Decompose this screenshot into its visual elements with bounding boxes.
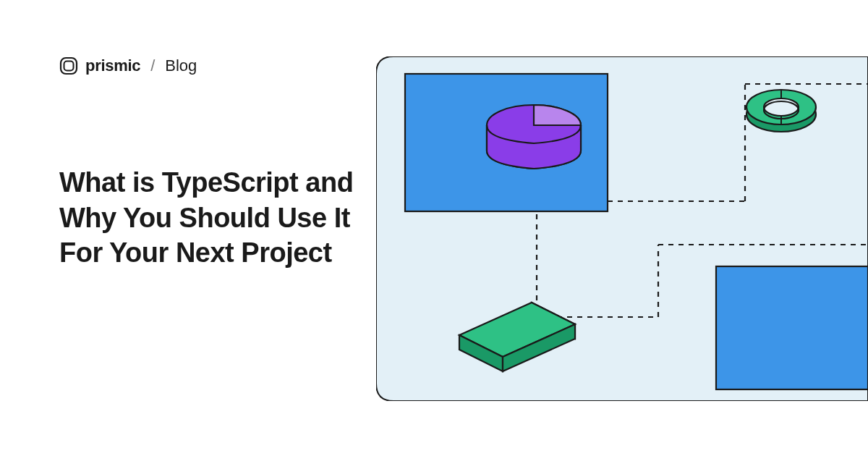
- page-title: What is TypeScript and Why You Should Us…: [59, 165, 378, 271]
- svg-rect-10: [716, 266, 868, 389]
- prismic-logo-icon: [59, 56, 78, 75]
- breadcrumb-separator: /: [150, 56, 155, 75]
- breadcrumb-page: Blog: [165, 56, 197, 75]
- svg-rect-1: [64, 62, 74, 71]
- hero-illustration: [376, 56, 868, 401]
- breadcrumb: prismic / Blog: [59, 56, 197, 75]
- brand-name: prismic: [85, 56, 140, 75]
- svg-rect-0: [61, 58, 77, 74]
